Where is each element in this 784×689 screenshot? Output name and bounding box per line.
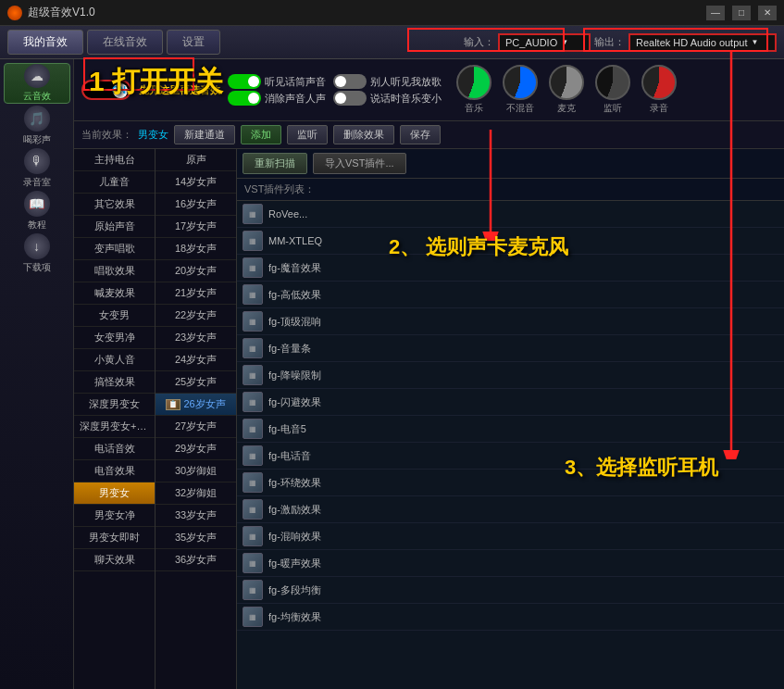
vst-header: VST插件列表： <box>237 179 784 201</box>
current-effect-value: 男变女 <box>138 128 168 142</box>
monitor-button[interactable]: 监听 <box>287 125 328 144</box>
output-dropdown[interactable]: Realtek HD Audio output ▼ <box>628 33 777 52</box>
effect-list2-item[interactable]: 23岁女声 <box>156 327 236 349</box>
effect-list-item[interactable]: 女变男 <box>74 305 155 327</box>
effect-list2-item[interactable]: 20岁女声 <box>156 260 236 282</box>
effect-list-item[interactable]: 其它效果 <box>74 194 155 216</box>
sidebar-item-cloud[interactable]: ☁ 云音效 <box>4 63 70 104</box>
sidebar-item-studio[interactable]: 🎙 录音室 <box>4 148 70 189</box>
knobs-row: 音乐 不混音 麦克 监听 <box>456 63 677 117</box>
effect-list-item[interactable]: 深度男变女 <box>74 394 155 416</box>
add-button[interactable]: 添加 <box>241 125 281 144</box>
vst-item[interactable]: ▦fg-闪避效果 <box>237 389 784 416</box>
effect-list-item[interactable]: 男变女 <box>74 482 155 505</box>
knob-nomix-control[interactable] <box>503 65 538 100</box>
save-button[interactable]: 保存 <box>400 125 441 144</box>
toggle-music-lower[interactable] <box>333 91 367 106</box>
effect-list2-item[interactable]: 18岁女声 <box>156 238 236 260</box>
effect-list-item[interactable]: 深度男变女+混响 <box>74 416 155 438</box>
effect-list-item[interactable]: 主持电台 <box>74 149 155 171</box>
vst-thumb: ▦ <box>243 607 263 627</box>
effect-list2-item[interactable]: 35岁女声 <box>156 527 236 549</box>
effect-list2-item[interactable]: 22岁女声 <box>156 305 236 327</box>
vst-thumb: ▦ <box>243 365 263 385</box>
vst-item[interactable]: ▦fg-环绕效果 <box>237 470 784 496</box>
minimize-button[interactable]: — <box>706 6 725 20</box>
knob-mic-label: 麦克 <box>557 102 576 115</box>
vst-item[interactable]: ▦fg-电音5 <box>237 416 784 443</box>
vst-item[interactable]: ▦fg-激励效果 <box>237 496 784 523</box>
scan-button[interactable]: 重新扫描 <box>243 153 307 174</box>
knob-monitor-control[interactable] <box>595 65 630 100</box>
window-controls[interactable]: — □ ✕ <box>706 6 777 20</box>
effect-list2-item[interactable]: 14岁女声 <box>156 171 236 194</box>
effect-list-item[interactable]: 电音效果 <box>74 460 155 482</box>
knob-monitor: 监听 <box>595 65 630 115</box>
toggle-mic-hear[interactable] <box>228 74 261 89</box>
input-dropdown[interactable]: PC_AUDIO ▼ <box>498 33 591 52</box>
new-channel-button[interactable]: 新建通道 <box>174 125 235 144</box>
knob-record-control[interactable] <box>641 65 677 100</box>
toggle-others-hear[interactable] <box>333 74 367 89</box>
effect-list-item[interactable]: 原始声音 <box>74 216 155 238</box>
effect-list2-item[interactable]: 17岁女声 <box>156 216 236 238</box>
effect-list2-item[interactable]: 27岁女声 <box>156 416 236 438</box>
toggle-noise[interactable] <box>228 91 261 106</box>
power-toggle[interactable]: ON <box>81 80 131 100</box>
effect-list2-item[interactable]: 16岁女声 <box>156 194 236 216</box>
effect-list-item[interactable]: 儿童音 <box>74 171 155 194</box>
vst-item[interactable]: ▦fg-高低效果 <box>237 282 784 308</box>
effect-list2-item[interactable]: 30岁御姐 <box>156 460 236 482</box>
maximize-button[interactable]: □ <box>732 6 751 20</box>
vst-thumb: ▦ <box>243 338 263 358</box>
vst-item[interactable]: ▦MM-XTLEQ <box>237 228 784 255</box>
vst-item[interactable]: ▦fg-电话音 <box>237 443 784 470</box>
close-button[interactable]: ✕ <box>758 6 777 20</box>
effect-list-item[interactable]: 喊麦效果 <box>74 282 155 305</box>
effect-list-item[interactable]: 唱歌效果 <box>74 260 155 282</box>
sidebar-item-tutorial[interactable]: 📖 教程 <box>4 191 70 232</box>
knob-monitor-label: 监听 <box>604 102 622 115</box>
tab-my-effects[interactable]: 我的音效 <box>7 30 83 55</box>
import-button[interactable]: 导入VST插件... <box>313 153 406 174</box>
vst-item[interactable]: ▦fg-多段均衡 <box>237 577 784 604</box>
vst-item[interactable]: ▦fg-顶级混响 <box>237 308 784 335</box>
vst-item[interactable]: ▦fg-暖声效果 <box>237 550 784 577</box>
effect-list-1: 主持电台儿童音其它效果原始声音变声唱歌唱歌效果喊麦效果女变男女变男净小黄人音搞怪… <box>74 149 156 689</box>
delete-effect-button[interactable]: 删除效果 <box>333 125 394 144</box>
vst-item[interactable]: ▦fg-音量条 <box>237 335 784 362</box>
vst-item[interactable]: ▦fg-魔音效果 <box>237 255 784 282</box>
effect-list2-item[interactable]: 25岁女声 <box>156 371 236 394</box>
vst-item[interactable]: ▦RoVee... <box>237 201 784 228</box>
knob-music-control[interactable] <box>456 65 492 100</box>
tab-settings[interactable]: 设置 <box>167 30 220 55</box>
effect-list2-item[interactable]: 24岁女声 <box>156 349 236 371</box>
vst-name: fg-音量条 <box>268 342 311 356</box>
main-area: ☁ 云音效 🎵 喝彩声 🎙 录音室 📖 教程 ↓ 下载项 <box>0 59 784 689</box>
tab-online-effects[interactable]: 在线音效 <box>87 30 163 55</box>
sidebar-item-download[interactable]: ↓ 下载项 <box>4 233 70 274</box>
vst-item[interactable]: ▦fg-混响效果 <box>237 523 784 550</box>
effect-list2-item[interactable]: 32岁御姐 <box>156 482 236 505</box>
sidebar-item-cheer[interactable]: 🎵 喝彩声 <box>4 106 70 146</box>
effect-list-item[interactable]: 聊天效果 <box>74 549 155 571</box>
effect-list2-item[interactable]: 21岁女声 <box>156 282 236 305</box>
effect-list-item[interactable]: 女变男净 <box>74 327 155 349</box>
effect-list-item[interactable]: 男变女净 <box>74 505 155 527</box>
effect-list-item[interactable]: 搞怪效果 <box>74 371 155 394</box>
effect-list-item[interactable]: 变声唱歌 <box>74 238 155 260</box>
effect-list2-item[interactable]: 原声 <box>156 149 236 171</box>
effect-list2-item[interactable]: 36岁女声 <box>156 549 236 571</box>
vst-item[interactable]: ▦fg-降噪限制 <box>237 362 784 389</box>
effect-list-item[interactable]: 电话音效 <box>74 438 155 460</box>
knob-mic-control[interactable] <box>549 65 584 100</box>
vst-item[interactable]: ▦fg-均衡效果 <box>237 604 784 631</box>
effect-list2-item[interactable]: 📋26岁女声 <box>156 394 236 416</box>
effect-list-item[interactable]: 男变女即时 <box>74 527 155 549</box>
vst-name: fg-电话音 <box>268 449 311 463</box>
effect-list-item[interactable]: 小黄人音 <box>74 349 155 371</box>
vst-thumb: ▦ <box>243 284 263 305</box>
window-title: 超级音效V1.0 <box>28 5 706 20</box>
effect-list2-item[interactable]: 29岁女声 <box>156 438 236 460</box>
effect-list2-item[interactable]: 33岁女声 <box>156 505 236 527</box>
